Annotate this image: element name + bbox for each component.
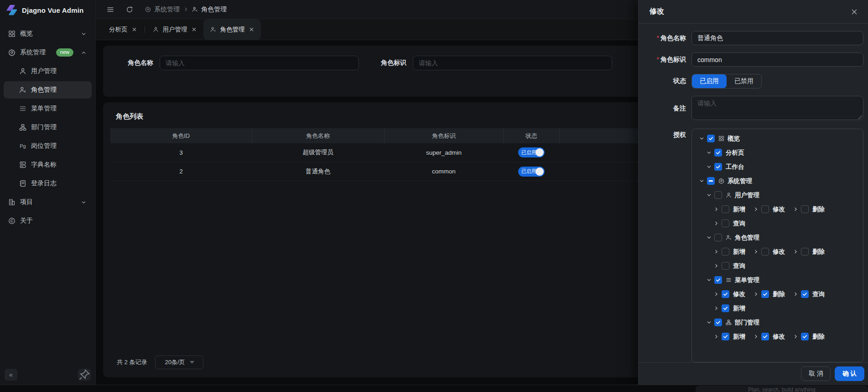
chevron-right-icon[interactable] <box>712 263 720 268</box>
chevron-down-icon[interactable] <box>697 178 706 183</box>
close-icon[interactable] <box>249 27 254 32</box>
sidebar-collapse-button[interactable]: « <box>5 369 17 381</box>
chevron-right-icon[interactable] <box>712 207 720 212</box>
breadcrumb-item[interactable]: 角色管理 <box>192 5 227 14</box>
chevron-right-icon[interactable] <box>752 334 760 339</box>
sidebar-item-登录日志[interactable]: 登录日志 <box>4 175 92 192</box>
chevron-right-icon[interactable] <box>791 292 800 297</box>
tree-node-删除[interactable]: 删除 <box>752 290 785 298</box>
checkbox-on[interactable] <box>801 333 809 340</box>
tree-node-查询[interactable]: 查询 <box>791 290 825 298</box>
checkbox-on[interactable] <box>722 304 729 312</box>
tree-node-删除[interactable]: 删除 <box>791 248 825 256</box>
checkbox-off[interactable] <box>801 205 809 213</box>
checkbox-off[interactable] <box>722 262 729 270</box>
sidebar-item-字典名称[interactable]: 字典名称 <box>4 156 92 173</box>
chevron-right-icon[interactable] <box>752 249 760 254</box>
status-option-enabled[interactable]: 已启用 <box>692 74 727 88</box>
breadcrumb-item[interactable]: 系统管理 <box>145 5 180 14</box>
checkbox-on[interactable] <box>714 149 722 157</box>
sidebar-item-项目[interactable]: 项目 <box>4 193 92 211</box>
status-option-disabled[interactable]: 已禁用 <box>727 74 761 88</box>
chevron-right-icon[interactable] <box>791 334 800 339</box>
tree-node-修改[interactable]: 修改 <box>752 333 785 341</box>
checkbox-off[interactable] <box>714 191 722 199</box>
chevron-right-icon[interactable] <box>752 292 760 297</box>
page-size-select[interactable]: 20条/页 <box>155 355 203 369</box>
tree-node-菜单管理[interactable]: 菜单管理 <box>705 276 759 284</box>
checkbox-off[interactable] <box>722 205 729 213</box>
search-input-角色名称[interactable] <box>160 56 359 70</box>
tree-node-查询[interactable]: 查询 <box>712 220 745 228</box>
tree-node-新增[interactable]: 新增 <box>712 205 745 214</box>
remark-textarea[interactable] <box>691 96 863 120</box>
cancel-button[interactable]: 取 消 <box>801 366 831 381</box>
chevron-right-icon[interactable] <box>712 221 720 226</box>
checkbox-on[interactable] <box>707 135 715 142</box>
sidebar-item-部门管理[interactable]: 部门管理 <box>4 119 92 136</box>
tree-node-查询[interactable]: 查询 <box>712 262 745 270</box>
chevron-down-icon[interactable] <box>705 164 713 169</box>
chevron-down-icon[interactable] <box>705 150 713 155</box>
role-key-input[interactable] <box>691 52 863 67</box>
checkbox-off[interactable] <box>722 220 729 227</box>
close-icon[interactable] <box>192 27 197 32</box>
checkbox-off[interactable] <box>714 234 722 241</box>
checkbox-off[interactable] <box>801 248 809 256</box>
chevron-right-icon[interactable] <box>791 207 800 212</box>
tree-node-用户管理[interactable]: 用户管理 <box>705 191 759 199</box>
sidebar-item-角色管理[interactable]: 角色管理 <box>4 81 92 99</box>
checkbox-off[interactable] <box>761 205 769 213</box>
confirm-button[interactable]: 确 认 <box>835 366 864 381</box>
chevron-down-icon[interactable] <box>705 235 713 240</box>
refresh-icon[interactable] <box>126 6 133 13</box>
close-icon[interactable] <box>851 8 858 16</box>
checkbox-on[interactable] <box>761 333 769 340</box>
chevron-down-icon[interactable] <box>705 277 713 282</box>
tree-node-角色管理[interactable]: 角色管理 <box>705 234 759 242</box>
chevron-right-icon[interactable] <box>712 292 720 297</box>
checkbox-on[interactable] <box>801 290 809 298</box>
sidebar-item-菜单管理[interactable]: 菜单管理 <box>4 100 92 117</box>
sidebar-item-系统管理[interactable]: 系统管理 new <box>4 44 92 61</box>
chevron-right-icon[interactable] <box>712 334 720 339</box>
hamburger-menu-icon[interactable] <box>107 6 114 13</box>
tree-node-部门管理[interactable]: 部门管理 <box>705 319 759 327</box>
checkbox-on[interactable] <box>714 319 722 326</box>
tab-角色管理[interactable]: 角色管理 <box>203 19 261 40</box>
chevron-down-icon[interactable] <box>705 320 713 325</box>
checkbox-half[interactable] <box>707 177 715 185</box>
sidebar-item-岗位管理[interactable]: Pg 岗位管理 <box>4 137 92 155</box>
tab-分析页[interactable]: 分析页 <box>102 19 144 40</box>
tab-用户管理[interactable]: 用户管理 <box>146 19 203 40</box>
tree-node-修改[interactable]: 修改 <box>752 205 785 214</box>
tree-node-工作台[interactable]: 工作台 <box>705 163 744 171</box>
tree-node-修改[interactable]: 修改 <box>752 248 785 256</box>
search-input-角色标识[interactable] <box>413 56 612 70</box>
tree-node-分析页[interactable]: 分析页 <box>705 149 744 157</box>
status-toggle[interactable]: 已启用 <box>518 147 545 157</box>
checkbox-off[interactable] <box>761 248 769 256</box>
chevron-down-icon[interactable] <box>697 136 706 141</box>
tree-node-修改[interactable]: 修改 <box>712 290 745 298</box>
chevron-right-icon[interactable] <box>712 249 720 254</box>
chevron-right-icon[interactable] <box>712 306 720 311</box>
chevron-right-icon[interactable] <box>791 249 800 254</box>
checkbox-on[interactable] <box>714 163 722 171</box>
checkbox-on[interactable] <box>722 333 729 340</box>
close-icon[interactable] <box>132 27 137 32</box>
chevron-down-icon[interactable] <box>705 193 713 198</box>
sidebar-item-概览[interactable]: 概览 <box>4 25 92 42</box>
tree-node-新增[interactable]: 新增 <box>712 333 745 341</box>
checkbox-on[interactable] <box>722 290 729 298</box>
tree-node-删除[interactable]: 删除 <box>791 333 825 341</box>
tree-node-新增[interactable]: 新增 <box>712 304 745 313</box>
role-name-input[interactable] <box>691 31 863 45</box>
tree-node-删除[interactable]: 删除 <box>791 205 825 214</box>
sidebar-item-用户管理[interactable]: 用户管理 <box>4 63 92 80</box>
status-toggle[interactable]: 已启用 <box>518 167 545 177</box>
tree-node-新增[interactable]: 新增 <box>712 248 745 256</box>
sidebar-item-关于[interactable]: 关于 <box>4 212 92 230</box>
checkbox-on[interactable] <box>761 290 769 298</box>
tree-node-系统管理[interactable]: 系统管理 <box>697 177 752 185</box>
